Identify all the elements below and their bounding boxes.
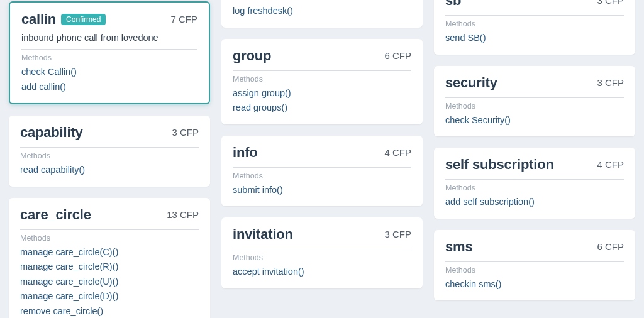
divider xyxy=(21,49,197,50)
card-info[interactable]: info 4 CFP Methods submit info() xyxy=(221,136,423,207)
cfp-value: 3 CFP xyxy=(172,124,199,138)
card-header: group 6 CFP xyxy=(233,48,411,64)
card-freshdesk[interactable]: Methods log freshdesk() xyxy=(221,0,423,28)
card-header: sms 6 CFP xyxy=(445,239,624,255)
card-sms[interactable]: sms 6 CFP Methods checkin sms() xyxy=(434,230,635,301)
method-link[interactable]: check Callin() xyxy=(21,66,197,79)
card-title: info xyxy=(233,145,258,161)
method-link[interactable]: accept invitation() xyxy=(233,266,411,278)
cfp-value: 13 CFP xyxy=(167,207,199,220)
card-description: inbound phone call from lovedone xyxy=(21,33,197,43)
method-link[interactable]: manage care_circle(C)() xyxy=(20,246,199,259)
methods-heading: Methods xyxy=(20,151,199,160)
card-header: care_circle 13 CFP xyxy=(20,207,199,223)
card-group[interactable]: group 6 CFP Methods assign group() read … xyxy=(221,39,423,124)
method-link[interactable]: assign group() xyxy=(233,87,411,100)
cfp-value: 4 CFP xyxy=(384,145,411,158)
methods-list: send SB() xyxy=(445,32,624,45)
divider xyxy=(445,179,624,180)
method-link[interactable]: send SB() xyxy=(445,32,624,45)
methods-heading: Methods xyxy=(233,0,411,1)
cfp-value: 3 CFP xyxy=(597,0,624,6)
card-title: self subscription xyxy=(445,156,554,173)
method-link[interactable]: check Security() xyxy=(445,114,624,127)
methods-heading: Methods xyxy=(445,184,624,192)
cfp-value: 3 CFP xyxy=(597,75,624,88)
card-invitation[interactable]: invitation 3 CFP Methods accept invitati… xyxy=(221,217,423,288)
methods-heading: Methods xyxy=(233,172,411,180)
cfp-value: 6 CFP xyxy=(597,239,624,252)
methods-heading: Methods xyxy=(445,266,624,275)
card-header: security 3 CFP xyxy=(445,75,624,91)
methods-list: submit info() xyxy=(233,184,411,197)
card-header: capability 3 CFP xyxy=(20,124,199,141)
cfp-value: 3 CFP xyxy=(384,226,411,239)
card-board: callin Confirmed 7 CFP inbound phone cal… xyxy=(0,0,644,318)
card-title: care_circle xyxy=(20,207,91,223)
card-self-subscription[interactable]: self subscription 4 CFP Methods add self… xyxy=(434,148,635,219)
method-link[interactable]: manage care_circle(U)() xyxy=(20,276,199,288)
card-security[interactable]: security 3 CFP Methods check Security() xyxy=(434,66,635,137)
card-title: sms xyxy=(445,239,472,255)
status-badge: Confirmed xyxy=(61,14,106,25)
card-title: callin xyxy=(21,11,56,28)
methods-heading: Methods xyxy=(233,75,411,84)
card-title: invitation xyxy=(233,226,293,243)
methods-list: manage care_circle(C)() manage care_circ… xyxy=(20,246,199,318)
methods-list: read capability() xyxy=(20,164,199,177)
card-header: callin Confirmed 7 CFP xyxy=(21,11,197,28)
methods-heading: Methods xyxy=(20,234,199,243)
methods-list: log freshdesk() xyxy=(233,5,411,18)
methods-list: checkin sms() xyxy=(445,278,624,291)
divider xyxy=(233,249,411,249)
methods-heading: Methods xyxy=(445,19,624,28)
method-link[interactable]: checkin sms() xyxy=(445,278,624,291)
divider xyxy=(233,70,411,71)
methods-list: accept invitation() xyxy=(233,266,411,278)
card-title: sb xyxy=(445,0,461,9)
card-capability[interactable]: capability 3 CFP Methods read capability… xyxy=(9,116,210,187)
methods-heading: Methods xyxy=(233,253,411,262)
divider xyxy=(233,167,411,168)
column-1: callin Confirmed 7 CFP inbound phone cal… xyxy=(9,1,210,318)
method-link[interactable]: log freshdesk() xyxy=(233,5,411,18)
methods-list: check Security() xyxy=(445,114,624,127)
column-2: Methods log freshdesk() group 6 CFP Meth… xyxy=(221,1,423,318)
divider xyxy=(20,229,199,230)
divider xyxy=(445,261,624,262)
card-title: group xyxy=(233,48,271,64)
method-link[interactable]: read capability() xyxy=(20,164,199,177)
card-sb[interactable]: sb 3 CFP Methods send SB() xyxy=(434,0,635,55)
method-link[interactable]: submit info() xyxy=(233,184,411,197)
divider xyxy=(20,147,199,148)
methods-list: assign group() read groups() xyxy=(233,87,411,114)
card-header: invitation 3 CFP xyxy=(233,226,411,243)
method-link[interactable]: read groups() xyxy=(233,102,411,114)
card-header: info 4 CFP xyxy=(233,145,411,161)
method-link[interactable]: add callin() xyxy=(21,81,197,94)
card-title: security xyxy=(445,75,497,91)
method-link[interactable]: manage care_circle(D)() xyxy=(20,290,199,303)
card-title: capability xyxy=(20,124,82,141)
method-link[interactable]: manage care_circle(R)() xyxy=(20,261,199,273)
cfp-value: 7 CFP xyxy=(170,11,197,25)
card-callin[interactable]: callin Confirmed 7 CFP inbound phone cal… xyxy=(9,1,210,104)
card-header: sb 3 CFP xyxy=(445,0,624,9)
card-header: self subscription 4 CFP xyxy=(445,156,624,173)
card-care-circle[interactable]: care_circle 13 CFP Methods manage care_c… xyxy=(9,198,210,318)
methods-list: check Callin() add callin() xyxy=(21,66,197,93)
divider xyxy=(445,97,624,98)
column-3: sb 3 CFP Methods send SB() security 3 CF… xyxy=(434,1,635,318)
methods-list: add self subscription() xyxy=(445,196,624,209)
divider xyxy=(445,15,624,16)
method-link[interactable]: remove care_circle() xyxy=(20,305,199,318)
methods-heading: Methods xyxy=(21,53,197,62)
method-link[interactable]: add self subscription() xyxy=(445,196,624,209)
cfp-value: 6 CFP xyxy=(384,48,411,61)
cfp-value: 4 CFP xyxy=(597,156,624,170)
methods-heading: Methods xyxy=(445,102,624,111)
